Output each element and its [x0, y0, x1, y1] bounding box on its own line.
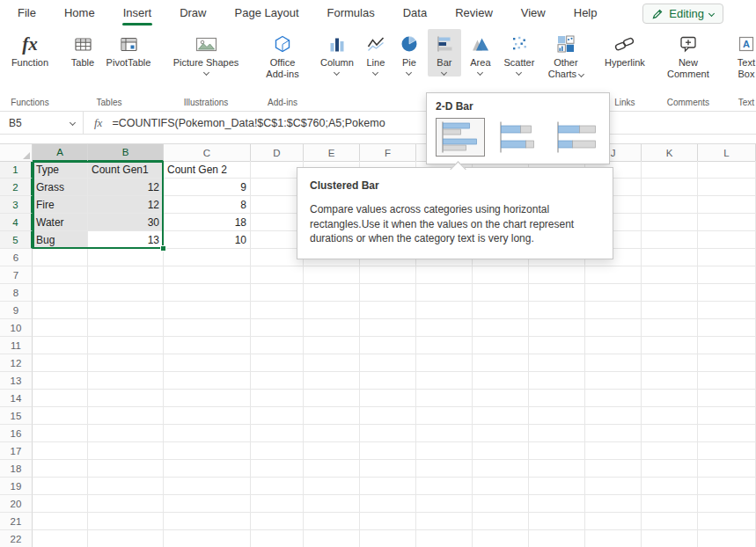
cell-B5[interactable]: 13 [88, 231, 164, 249]
cell-F16[interactable] [360, 425, 416, 442]
cell-A3[interactable]: Fire [33, 196, 88, 214]
cell-J16[interactable] [585, 425, 642, 442]
cell-I21[interactable] [529, 513, 585, 530]
pivottable-button[interactable]: PivotTable [102, 29, 155, 70]
select-all-corner[interactable] [0, 144, 33, 162]
cell-A12[interactable] [33, 354, 88, 372]
cell-C20[interactable] [164, 495, 251, 513]
cell-F12[interactable] [360, 354, 416, 372]
cell-L14[interactable] [698, 390, 756, 407]
function-button[interactable]: fx Function [5, 29, 55, 70]
formula-input[interactable]: =COUNTIFS(Pokemon_Data!$C$1:$C$760;A5;Po… [112, 117, 385, 129]
cell-L1[interactable] [698, 161, 756, 179]
column-header-E[interactable]: E [304, 144, 360, 162]
cell-I17[interactable] [529, 442, 585, 460]
cell-E9[interactable] [304, 302, 360, 319]
cell-K4[interactable] [642, 214, 698, 231]
cell-G17[interactable] [416, 442, 473, 460]
cell-L12[interactable] [698, 354, 756, 372]
cell-J14[interactable] [585, 390, 642, 407]
cell-D19[interactable] [251, 478, 304, 495]
cell-D15[interactable] [251, 407, 304, 425]
cell-D5[interactable] [251, 231, 304, 249]
cell-D20[interactable] [251, 495, 304, 513]
tab-view[interactable]: View [507, 0, 560, 26]
cell-L20[interactable] [698, 495, 756, 513]
new-comment-button[interactable]: New Comment [660, 29, 716, 82]
cell-L3[interactable] [698, 196, 756, 214]
cell-H12[interactable] [473, 354, 529, 372]
cell-A6[interactable] [33, 249, 88, 266]
cell-C14[interactable] [164, 390, 251, 407]
cell-D4[interactable] [251, 214, 304, 231]
pie-chart-button[interactable]: Pie [394, 29, 424, 77]
cell-E19[interactable] [304, 478, 360, 495]
cell-C13[interactable] [164, 372, 251, 390]
cell-A14[interactable] [33, 390, 88, 407]
cell-J10[interactable] [585, 319, 642, 337]
fill-handle[interactable] [160, 245, 166, 252]
row-header-21[interactable]: 21 [0, 513, 33, 530]
cell-K8[interactable] [642, 284, 698, 302]
tab-review[interactable]: Review [441, 0, 507, 26]
cell-G20[interactable] [416, 495, 473, 513]
cell-G16[interactable] [416, 425, 473, 442]
cell-C18[interactable] [164, 460, 251, 478]
cell-L7[interactable] [698, 266, 756, 284]
cell-B19[interactable] [88, 478, 164, 495]
cell-J20[interactable] [585, 495, 642, 513]
cell-A11[interactable] [33, 337, 88, 354]
cell-B12[interactable] [88, 354, 164, 372]
cell-I18[interactable] [529, 460, 585, 478]
cell-D2[interactable] [251, 179, 304, 196]
cell-J21[interactable] [585, 513, 642, 530]
cell-H22[interactable] [473, 530, 529, 547]
cell-D6[interactable] [251, 249, 304, 266]
cell-A8[interactable] [33, 284, 88, 302]
cell-B9[interactable] [88, 302, 164, 319]
cell-D7[interactable] [251, 266, 304, 284]
row-header-6[interactable]: 6 [0, 249, 33, 266]
cell-H15[interactable] [473, 407, 529, 425]
cell-F9[interactable] [360, 302, 416, 319]
cell-F15[interactable] [360, 407, 416, 425]
cell-A2[interactable]: Grass [33, 179, 88, 196]
cell-C10[interactable] [164, 319, 251, 337]
cell-L17[interactable] [698, 442, 756, 460]
cell-G9[interactable] [416, 302, 473, 319]
cell-C1[interactable]: Count Gen 2 [164, 161, 251, 179]
cell-B20[interactable] [88, 495, 164, 513]
cell-C4[interactable]: 18 [164, 214, 251, 231]
cell-L9[interactable] [698, 302, 756, 319]
cell-L19[interactable] [698, 478, 756, 495]
cell-B22[interactable] [88, 530, 164, 547]
cell-K9[interactable] [642, 302, 698, 319]
cell-G21[interactable] [416, 513, 473, 530]
cell-C19[interactable] [164, 478, 251, 495]
cell-D1[interactable] [251, 161, 304, 179]
cell-K5[interactable] [642, 231, 698, 249]
row-header-10[interactable]: 10 [0, 319, 33, 337]
stacked-bar-option[interactable] [494, 118, 543, 157]
tab-draw[interactable]: Draw [165, 0, 220, 26]
cell-A17[interactable] [33, 442, 88, 460]
cell-E11[interactable] [304, 337, 360, 354]
cell-H17[interactable] [473, 442, 529, 460]
row-header-12[interactable]: 12 [0, 354, 33, 372]
cell-D3[interactable] [251, 196, 304, 214]
cell-E14[interactable] [304, 390, 360, 407]
cell-B17[interactable] [88, 442, 164, 460]
office-addins-button[interactable]: Office Add-ins [257, 29, 308, 82]
cell-G12[interactable] [416, 354, 473, 372]
row-header-19[interactable]: 19 [0, 478, 33, 495]
cell-K6[interactable] [642, 249, 698, 266]
cell-A7[interactable] [33, 266, 88, 284]
cell-E8[interactable] [304, 284, 360, 302]
cell-B6[interactable] [88, 249, 164, 266]
cell-I20[interactable] [529, 495, 585, 513]
cell-B2[interactable]: 12 [88, 179, 164, 196]
cell-J22[interactable] [585, 530, 642, 547]
cell-D17[interactable] [251, 442, 304, 460]
cell-E7[interactable] [304, 266, 360, 284]
cell-H19[interactable] [473, 478, 529, 495]
